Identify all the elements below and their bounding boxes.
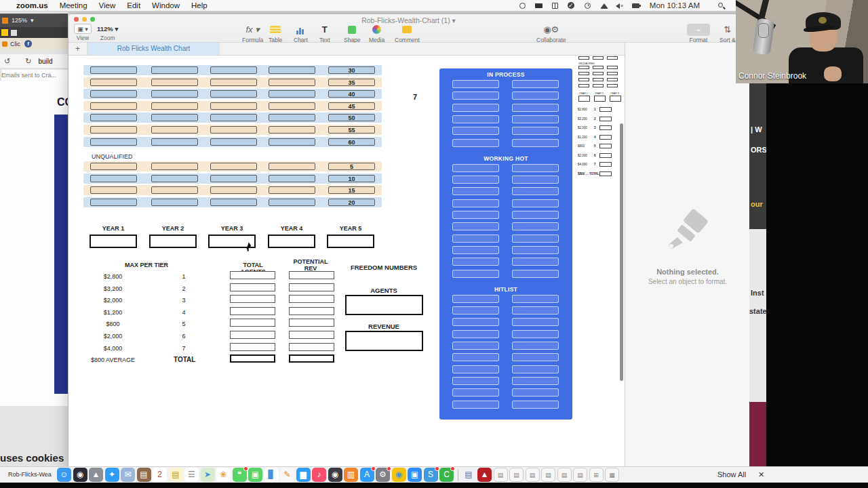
empty-cell[interactable] <box>90 163 137 170</box>
dock-icon-photos[interactable]: ❀ <box>216 468 231 482</box>
potential-rev-box[interactable] <box>289 354 334 363</box>
shape-button[interactable]: Shape <box>344 24 361 43</box>
potential-rev-box[interactable] <box>289 307 334 315</box>
pipeline-cell[interactable] <box>512 318 559 326</box>
pipeline-cell[interactable] <box>452 235 499 243</box>
sidecar-icon[interactable] <box>551 2 559 9</box>
dock-icon-doc-window-4[interactable]: ▤ <box>541 468 555 482</box>
value-cell[interactable]: 5 <box>328 163 375 170</box>
pipeline-cell[interactable] <box>452 80 499 88</box>
total-agents-box[interactable] <box>230 319 275 327</box>
empty-cell[interactable] <box>210 138 257 146</box>
comment-button[interactable]: Comment <box>395 24 420 43</box>
total-agents-box[interactable] <box>230 354 275 363</box>
chart-button[interactable]: Chart <box>294 24 308 43</box>
total-agents-box[interactable] <box>230 307 275 315</box>
mini-chart-preview[interactable]: UNQUALIFIEDYEAR 1YEAR 2YEAR 3$2,8001$3,2… <box>577 56 620 188</box>
dock-icon-siri[interactable]: ◉ <box>73 468 87 482</box>
pipeline-cell[interactable] <box>512 401 559 409</box>
dock-icon-safari[interactable]: ✦ <box>105 468 119 482</box>
empty-cell[interactable] <box>210 66 257 74</box>
empty-cell[interactable] <box>269 138 315 146</box>
dock-icon-finder[interactable]: ☺ <box>57 468 71 482</box>
empty-cell[interactable] <box>210 126 257 134</box>
potential-rev-box[interactable] <box>289 283 334 291</box>
empty-cell[interactable] <box>210 199 257 206</box>
menu-edit[interactable]: Edit <box>127 1 140 9</box>
pipeline-cell[interactable] <box>512 388 559 396</box>
menu-zoomus[interactable]: zoom.us <box>16 1 48 9</box>
zoom-control[interactable]: 112% ▾ Zoom <box>97 24 118 41</box>
empty-cell[interactable] <box>269 66 315 74</box>
empty-cell[interactable] <box>151 114 198 121</box>
empty-cell[interactable] <box>151 126 198 134</box>
pipeline-cell[interactable] <box>452 330 499 338</box>
empty-cell[interactable] <box>269 186 315 194</box>
dock-icon-textedit-doc[interactable]: ▤ <box>462 468 476 482</box>
empty-cell[interactable] <box>210 102 257 110</box>
menu-clock[interactable]: Mon 10:13 AM <box>650 1 700 9</box>
pipeline-cell[interactable] <box>452 199 499 207</box>
total-agents-box[interactable] <box>230 271 275 279</box>
dock-icon-sheet-grid-doc[interactable]: ⊞ <box>589 468 604 482</box>
pipeline-cell[interactable] <box>452 92 499 100</box>
empty-cell[interactable] <box>269 163 315 170</box>
bookmark-icon[interactable] <box>1 29 8 36</box>
pipeline-cell[interactable] <box>512 80 559 88</box>
empty-cell[interactable] <box>151 138 198 146</box>
empty-cell[interactable] <box>210 114 257 121</box>
pipeline-cell[interactable] <box>512 164 559 172</box>
vertical-scrollbar[interactable] <box>620 123 623 381</box>
menu-window[interactable]: Window <box>152 1 180 9</box>
pipeline-cell[interactable] <box>512 176 559 184</box>
url-fragment[interactable]: build <box>38 58 52 65</box>
volume-icon[interactable]: » <box>616 2 625 9</box>
empty-cell[interactable] <box>151 90 198 98</box>
pipeline-cell[interactable] <box>512 353 559 361</box>
dock-icon-launchpad[interactable]: ▲ <box>89 468 103 482</box>
value-cell[interactable]: 15 <box>328 186 375 194</box>
dock-icon-stocks[interactable]: ▊ <box>264 468 279 482</box>
empty-cell[interactable] <box>210 79 257 86</box>
empty-cell[interactable] <box>151 175 198 182</box>
pipeline-cell[interactable] <box>452 187 499 195</box>
dock-icon-mail[interactable]: ✉ <box>121 468 135 482</box>
empty-cell[interactable] <box>269 126 315 134</box>
empty-cell[interactable] <box>90 138 137 146</box>
battery-icon[interactable] <box>632 2 641 9</box>
year-value-box[interactable] <box>327 235 374 248</box>
pipeline-cell[interactable] <box>452 295 499 303</box>
dock-icon-doc-window-1[interactable]: ▤ <box>494 468 508 482</box>
pipeline-cell[interactable] <box>512 211 559 219</box>
value-cell[interactable]: 60 <box>328 138 375 146</box>
pipeline-cell[interactable] <box>452 388 499 396</box>
pipeline-cell[interactable] <box>452 164 499 172</box>
view-icon[interactable]: ▣ ▾ <box>74 24 92 34</box>
check-status-icon[interactable]: ✓ <box>567 2 576 9</box>
empty-cell[interactable] <box>210 163 257 170</box>
table-button[interactable]: Table <box>269 24 282 43</box>
empty-cell[interactable] <box>90 102 137 110</box>
pipeline-cell[interactable] <box>452 104 499 112</box>
pipeline-cell[interactable] <box>452 115 499 123</box>
value-cell[interactable]: 10 <box>328 175 375 182</box>
potential-rev-box[interactable] <box>289 343 334 351</box>
pipeline-cell[interactable] <box>512 342 559 350</box>
media-button[interactable]: Media <box>369 24 384 43</box>
dock-icon-camtasia[interactable]: C <box>439 468 454 482</box>
forward-icon[interactable]: ↻ <box>25 57 31 66</box>
window-titlebar[interactable]: Rob-Flicks-Wealth-Chart (1) ▾ ▣ ▾ View 1… <box>68 14 749 43</box>
pipeline-cell[interactable] <box>512 199 559 207</box>
extension-icon[interactable] <box>2 18 8 24</box>
pipeline-cell[interactable] <box>512 365 559 373</box>
potential-rev-box[interactable] <box>289 295 334 303</box>
empty-cell[interactable] <box>210 90 257 98</box>
year-value-box[interactable] <box>149 235 197 248</box>
dock-icon-facetime[interactable]: ▣ <box>248 468 262 482</box>
value-cell[interactable]: 50 <box>328 114 375 121</box>
value-cell[interactable]: 40 <box>328 90 375 98</box>
formula-button[interactable]: fx ▾ Formula <box>242 24 263 43</box>
total-agents-box[interactable] <box>230 331 275 339</box>
tab-label-fragment[interactable]: Clic <box>10 41 20 47</box>
pipeline-cell[interactable] <box>512 115 559 123</box>
